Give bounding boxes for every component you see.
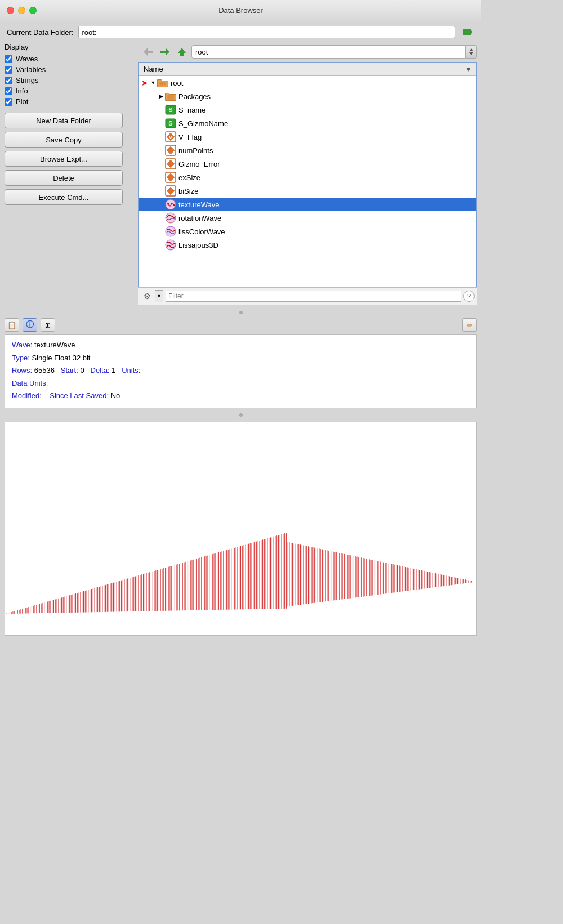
svg-marker-0: [463, 28, 472, 37]
divider-handle-1[interactable]: [0, 309, 481, 316]
save-copy-button[interactable]: Save Copy: [5, 132, 123, 148]
tree-item-numpoints[interactable]: numPoints: [139, 144, 476, 157]
wave-icon-lissajous3d: [165, 239, 176, 251]
variables-label: Variables: [16, 65, 46, 74]
tree-item-lisscolorwave[interactable]: lissColorWave: [139, 225, 476, 238]
info-button[interactable]: ⓘ: [23, 318, 37, 332]
item-name-texturewave: textureWave: [178, 200, 472, 209]
tree-item-vflag[interactable]: V V_Flag: [139, 130, 476, 144]
tree-item-rotationwave[interactable]: rotationWave: [139, 211, 476, 225]
info-panel: Wave: textureWave Type: Single Float 32 …: [5, 334, 477, 408]
browse-expt-button[interactable]: Browse Expt...: [5, 151, 123, 167]
tree-item-packages[interactable]: ▶ Packages: [139, 90, 476, 103]
tree-item-lissajous3d[interactable]: Lissajous3D: [139, 238, 476, 252]
item-name-root: root: [171, 79, 472, 87]
close-button[interactable]: [7, 7, 14, 14]
back-button[interactable]: [141, 46, 155, 58]
string-icon-sname: S: [165, 104, 176, 115]
units-key: Units:: [122, 366, 140, 374]
tree-item-sgizmoname[interactable]: S S_GizmoName: [139, 117, 476, 130]
delta-val: 1: [111, 366, 119, 374]
rows-key: Rows:: [12, 366, 34, 374]
rows-val: 65536: [34, 366, 59, 374]
tree-item-sname[interactable]: S S_name: [139, 103, 476, 117]
current-folder-input[interactable]: [78, 26, 456, 38]
item-name-bisize: biSize: [178, 187, 472, 195]
checkbox-variables[interactable]: Variables: [5, 65, 134, 74]
filter-help-button[interactable]: ?: [463, 291, 475, 302]
back-arrow-icon: [143, 47, 153, 56]
since-saved-key: Since Last Saved:: [50, 391, 110, 400]
execute-cmd-button[interactable]: Execute Cmd...: [5, 189, 123, 205]
expand-arrow-packages[interactable]: ▶: [157, 92, 165, 100]
wave-3d-svg: [165, 239, 176, 251]
tree-item-gizmoerror[interactable]: Gizmo_Error: [139, 157, 476, 171]
tree-item-texturewave[interactable]: textureWave: [139, 198, 476, 211]
item-name-lisscolorwave: lissColorWave: [178, 227, 472, 236]
info-label: Info: [16, 87, 28, 95]
maximize-button[interactable]: [29, 7, 37, 14]
tree-item-root[interactable]: ➤ ▼: [139, 76, 476, 90]
up-button[interactable]: [175, 46, 189, 58]
expand-arrow-root[interactable]: ▼: [149, 79, 157, 87]
info-type-line: Type: Single Float 32 bit: [12, 352, 470, 364]
column-name-header: Name: [144, 65, 465, 73]
forward-arrow-icon: [160, 47, 170, 56]
checkbox-plot[interactable]: Plot: [5, 97, 134, 106]
tree-container[interactable]: Name ▼ ➤ ▼: [138, 62, 477, 287]
variable-icon-exsize: [165, 172, 176, 183]
packages-folder-svg: [165, 92, 176, 101]
waves-checkbox[interactable]: [5, 55, 12, 63]
wave-rotation-svg: [165, 212, 176, 224]
svg-point-47: [166, 226, 176, 236]
wave-texture-svg: [165, 199, 176, 210]
divider-handle-2[interactable]: [0, 412, 481, 418]
browser-toolbar: [138, 43, 477, 61]
start-key: Start:: [61, 366, 81, 374]
svg-marker-3: [178, 48, 186, 56]
item-name-vflag: V_Flag: [178, 133, 472, 141]
filter-bar: ⚙ ▼ ?: [138, 287, 477, 305]
variable-icon-svg5: [165, 185, 176, 197]
path-stepper[interactable]: [466, 45, 477, 59]
forward-button[interactable]: [158, 46, 172, 58]
strings-label: Strings: [16, 76, 38, 84]
clipboard-icon: 📋: [7, 321, 16, 329]
type-val: Single Float 32 bit: [32, 354, 90, 362]
tree-header: Name ▼: [139, 63, 476, 76]
tree-item-exsize[interactable]: exSize: [139, 171, 476, 184]
tree-item-bisize[interactable]: biSize: [139, 184, 476, 198]
filter-input[interactable]: [166, 291, 461, 302]
delete-button[interactable]: Delete: [5, 170, 123, 186]
checkbox-info[interactable]: Info: [5, 87, 134, 95]
new-folder-button[interactable]: New Data Folder: [5, 113, 123, 128]
item-name-rotationwave: rotationWave: [178, 214, 472, 222]
waves-label: Waves: [16, 55, 38, 63]
go-arrow-icon: [462, 27, 473, 37]
filter-gear-button[interactable]: ⚙: [141, 290, 153, 302]
sigma-button[interactable]: Σ: [41, 318, 55, 332]
path-input[interactable]: [191, 45, 466, 59]
variables-checkbox[interactable]: [5, 66, 12, 74]
minimize-button[interactable]: [18, 7, 25, 14]
variable-icon-bisize: [165, 185, 176, 197]
info-checkbox[interactable]: [5, 87, 12, 95]
variable-icon-svg4: [165, 172, 176, 183]
wave-preview: [5, 422, 477, 636]
pencil-button[interactable]: ✏: [462, 318, 477, 332]
checkbox-waves[interactable]: Waves: [5, 55, 134, 63]
info-icon: ⓘ: [26, 320, 34, 330]
current-folder-bar: Current Data Folder:: [0, 21, 481, 43]
filter-dropdown-button[interactable]: ▼: [155, 290, 163, 302]
plot-checkbox[interactable]: [5, 98, 12, 106]
item-name-lissajous3d: Lissajous3D: [178, 241, 472, 249]
go-button[interactable]: [460, 26, 475, 38]
checkbox-strings[interactable]: Strings: [5, 76, 134, 84]
item-name-gizmoerror: Gizmo_Error: [178, 160, 472, 168]
info-modified-line: Modified: Since Last Saved: No: [12, 390, 470, 401]
traffic-lights: [7, 7, 37, 14]
strings-checkbox[interactable]: [5, 77, 12, 84]
clipboard-button[interactable]: 📋: [5, 318, 19, 332]
svg-marker-4: [469, 48, 473, 51]
left-panel: Display Waves Variables Strings Info Plo…: [5, 43, 138, 305]
